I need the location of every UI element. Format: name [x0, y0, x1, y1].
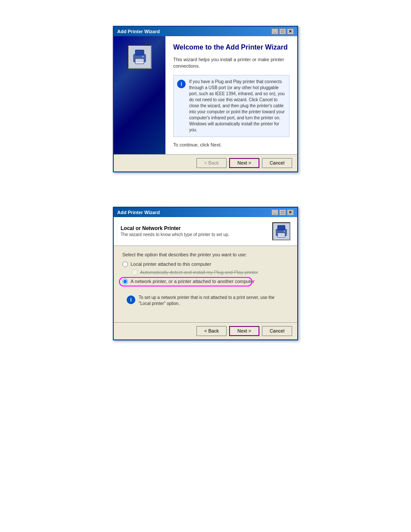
titlebar-label-1: Add Printer Wizard [117, 29, 160, 34]
auto-detect-option: Automatically detect and install my Plug… [132, 270, 289, 275]
add-printer-wizard-1: Add Printer Wizard _ □ ✕ Welcome to the … [113, 26, 298, 172]
svg-rect-8 [277, 233, 285, 237]
info-icon-1: i [177, 80, 186, 88]
svg-rect-9 [278, 233, 284, 234]
radio-local-label: Local printer attached to this computer [131, 261, 211, 267]
radio-network-option: A network printer, or a printer attached… [122, 279, 289, 284]
next-button-2[interactable]: Next > [229, 326, 259, 336]
next-button-1[interactable]: Next > [229, 158, 259, 168]
close-button-1[interactable]: ✕ [287, 28, 294, 34]
back-button-1[interactable]: < Back [196, 158, 227, 168]
step2-body: Select the option that describes the pri… [114, 246, 297, 322]
minimize-button-1[interactable]: _ [271, 28, 278, 34]
back-button-2[interactable]: < Back [196, 326, 227, 336]
wizard-subtitle-1: This wizard helps you install a printer … [173, 56, 290, 70]
minimize-button-2[interactable]: _ [271, 209, 278, 215]
maximize-button-2[interactable]: □ [279, 209, 286, 215]
checkbox-autodetect-label: Automatically detect and install my Plug… [140, 270, 258, 275]
titlebar-1: Add Printer Wizard _ □ ✕ [114, 27, 297, 36]
titlebar-label-2: Add Printer Wizard [117, 210, 160, 215]
svg-point-11 [283, 230, 285, 231]
info-text-1: If you have a Plug and Play printer that… [189, 79, 286, 133]
info-icon-2: i [127, 296, 135, 304]
info-box-1: i If you have a Plug and Play printer th… [173, 75, 290, 137]
svg-rect-1 [135, 50, 144, 55]
cancel-button-2[interactable]: Cancel [262, 326, 292, 336]
step2-info-text: To set up a network printer that is not … [139, 295, 284, 307]
maximize-button-1[interactable]: □ [279, 28, 286, 34]
step2-select-label: Select the option that describes the pri… [122, 252, 289, 257]
radio-network[interactable] [122, 279, 128, 284]
add-printer-wizard-2: Add Printer Wizard _ □ ✕ Local or Networ… [113, 207, 298, 340]
close-button-2[interactable]: ✕ [287, 209, 294, 215]
radio-local-option: Local printer attached to this computer [122, 261, 289, 267]
svg-rect-7 [277, 225, 285, 230]
printer-icon-sidebar-1 [128, 45, 152, 69]
wizard-footer-2: < Back Next > Cancel [114, 322, 297, 339]
radio-network-label: A network printer, or a printer attached… [131, 279, 255, 284]
step2-subheading: The wizard needs to know which type of p… [121, 232, 229, 237]
sidebar-1 [114, 36, 165, 154]
step2-header-text: Local or Network Printer The wizard need… [121, 225, 229, 237]
svg-rect-4 [136, 61, 143, 62]
printer-svg-2 [273, 222, 290, 241]
checkbox-autodetect[interactable] [132, 270, 137, 275]
wizard-body-2: Local or Network Printer The wizard need… [114, 217, 297, 322]
wizard-content-1: Welcome to the Add Printer Wizard This w… [165, 36, 297, 154]
cancel-button-1[interactable]: Cancel [262, 158, 292, 168]
titlebar-2: Add Printer Wizard _ □ ✕ [114, 208, 297, 217]
step2-info-box: i To set up a network printer that is no… [122, 290, 289, 311]
svg-rect-10 [278, 235, 284, 236]
svg-rect-3 [136, 59, 143, 60]
printer-svg-1 [130, 47, 149, 66]
wizard-footer-1: < Back Next > Cancel [114, 154, 297, 171]
titlebar-buttons-2: _ □ ✕ [271, 209, 294, 215]
continue-text-1: To continue, click Next. [173, 142, 290, 147]
wizard-body-1: Welcome to the Add Printer Wizard This w… [114, 36, 297, 154]
titlebar-buttons-1: _ □ ✕ [271, 28, 294, 34]
step2-heading: Local or Network Printer [121, 225, 229, 231]
wizard-heading-1: Welcome to the Add Printer Wizard [173, 43, 290, 52]
printer-icon-2 [272, 222, 290, 240]
radio-local[interactable] [122, 261, 128, 267]
svg-point-5 [142, 56, 144, 57]
step2-header: Local or Network Printer The wizard need… [114, 217, 297, 246]
